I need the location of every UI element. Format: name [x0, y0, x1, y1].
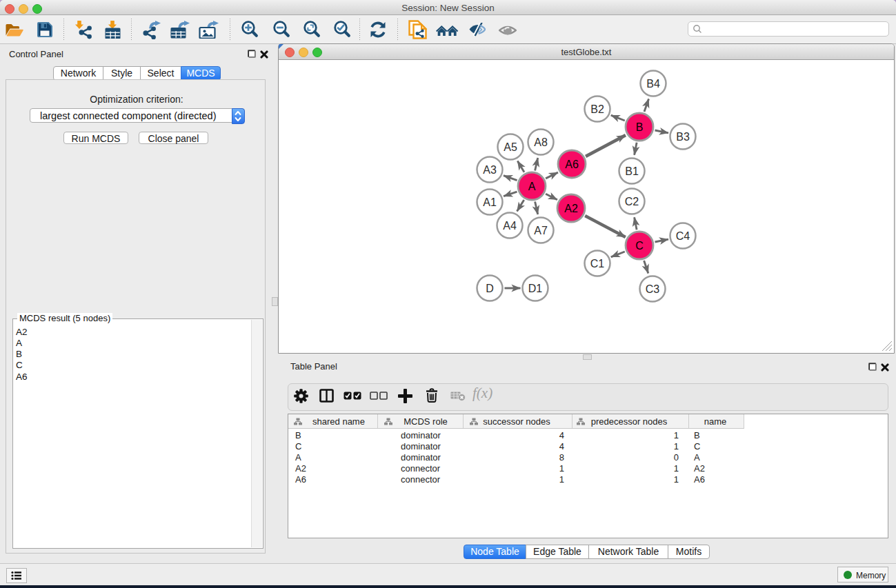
svg-text:A3: A3 [483, 164, 497, 176]
svg-text:A: A [528, 181, 536, 192]
svg-text:B4: B4 [646, 78, 660, 90]
svg-text:B: B [636, 121, 644, 133]
svg-text:D1: D1 [528, 283, 543, 294]
svg-text:C: C [635, 240, 644, 252]
svg-text:A1: A1 [483, 196, 497, 208]
svg-text:A8: A8 [534, 136, 548, 148]
svg-text:A4: A4 [503, 220, 517, 232]
svg-text:f(x): f(x) [472, 386, 492, 401]
svg-text:B1: B1 [625, 165, 639, 177]
svg-text:B3: B3 [676, 131, 690, 143]
svg-text:B2: B2 [590, 103, 604, 115]
svg-text:C4: C4 [676, 230, 690, 242]
svg-text:D: D [486, 283, 494, 294]
svg-text:A5: A5 [504, 141, 517, 153]
svg-text:C1: C1 [590, 258, 605, 270]
svg-text:A2: A2 [564, 203, 578, 214]
svg-text:C2: C2 [625, 196, 639, 207]
svg-text:A6: A6 [565, 159, 579, 170]
svg-text:C3: C3 [646, 283, 660, 295]
svg-text:A7: A7 [534, 225, 548, 236]
